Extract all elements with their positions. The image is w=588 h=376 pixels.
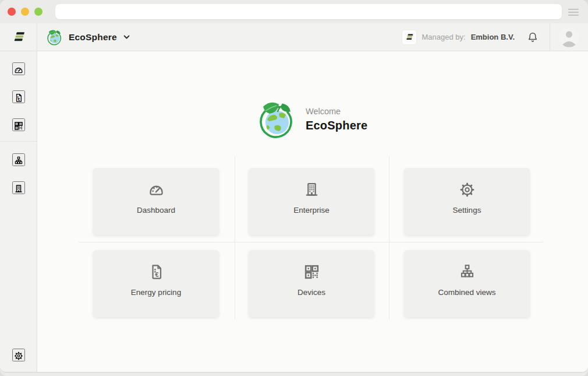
- sidebar-divider: [0, 141, 37, 142]
- app-header: EcoSphere Managed by: Embion B.V.: [0, 23, 588, 51]
- grid-divider-horizontal: [79, 242, 543, 243]
- gear-icon: [458, 181, 476, 199]
- sidebar-item-devices[interactable]: [12, 118, 25, 131]
- browser-window: EcoSphere Managed by: Embion B.V.: [0, 0, 588, 376]
- card-label: Devices: [297, 288, 325, 297]
- ecosphere-globe-icon: [258, 99, 297, 139]
- avatar-cell: [550, 23, 588, 51]
- building-icon: [303, 181, 321, 199]
- org-switcher[interactable]: EcoSphere: [47, 29, 130, 45]
- notifications-button[interactable]: [526, 31, 539, 44]
- sidebar-item-combined-views[interactable]: [12, 153, 25, 166]
- user-avatar[interactable]: [559, 27, 579, 47]
- document-euro-icon: [13, 92, 24, 104]
- url-bar-input[interactable]: [55, 4, 562, 19]
- sidebar-item-settings[interactable]: [12, 349, 25, 361]
- card-label: Dashboard: [137, 206, 175, 215]
- devices-grid-icon: [13, 120, 24, 132]
- hierarchy-icon: [13, 154, 24, 167]
- speedometer-icon: [147, 181, 165, 199]
- welcome-block: Welcome EcoSphere: [306, 107, 367, 132]
- managed-by-label: Managed by:: [421, 33, 465, 41]
- card-devices[interactable]: Devices: [249, 250, 374, 317]
- chevron-down-icon: [123, 35, 130, 40]
- traffic-light-minimize-button[interactable]: [21, 8, 29, 16]
- embion-logo-icon: [10, 29, 27, 45]
- managed-by: Managed by: Embion B.V.: [402, 30, 515, 44]
- sidebar-logo-embion[interactable]: [0, 23, 37, 51]
- grid-divider-vertical: [235, 156, 235, 319]
- card-dashboard[interactable]: Dashboard: [93, 168, 219, 235]
- bell-icon: [526, 31, 539, 44]
- sidebar: [0, 51, 37, 372]
- card-label: Combined views: [438, 288, 495, 297]
- welcome-greeting: Welcome: [306, 107, 367, 116]
- speedometer-icon: [13, 64, 24, 76]
- welcome-app-name: EcoSphere: [306, 119, 367, 132]
- card-enterprise[interactable]: Enterprise: [249, 168, 374, 235]
- card-label: Energy pricing: [131, 288, 181, 297]
- card-energy-pricing[interactable]: Energy pricing: [93, 250, 219, 317]
- sidebar-item-enterprise[interactable]: [12, 181, 25, 194]
- gear-icon: [13, 350, 24, 362]
- sidebar-item-energy-pricing[interactable]: [12, 90, 25, 103]
- card-label: Enterprise: [293, 206, 330, 215]
- org-name: EcoSphere: [69, 32, 117, 43]
- sidebar-item-dashboard[interactable]: [12, 62, 25, 75]
- traffic-light-close-button[interactable]: [8, 8, 16, 16]
- managed-by-value: Embion B.V.: [471, 33, 515, 41]
- browser-chrome: [0, 0, 588, 23]
- embion-badge-icon: [402, 30, 416, 44]
- document-euro-icon: [147, 263, 165, 281]
- card-settings[interactable]: Settings: [404, 168, 530, 235]
- user-avatar-icon: [559, 27, 579, 47]
- app-shell: EcoSphere Managed by: Embion B.V.: [0, 23, 588, 372]
- grid-divider-vertical: [389, 156, 389, 319]
- building-icon: [13, 182, 24, 195]
- ecosphere-globe-icon: [47, 29, 63, 45]
- hierarchy-icon: [458, 263, 476, 281]
- card-combined-views[interactable]: Combined views: [404, 250, 530, 317]
- card-label: Settings: [453, 206, 481, 215]
- hamburger-icon[interactable]: [568, 9, 579, 16]
- devices-grid-icon: [303, 263, 321, 281]
- traffic-light-maximize-button[interactable]: [34, 8, 42, 16]
- main-content: Welcome EcoSphere Dashboard Enterprise S…: [37, 51, 588, 372]
